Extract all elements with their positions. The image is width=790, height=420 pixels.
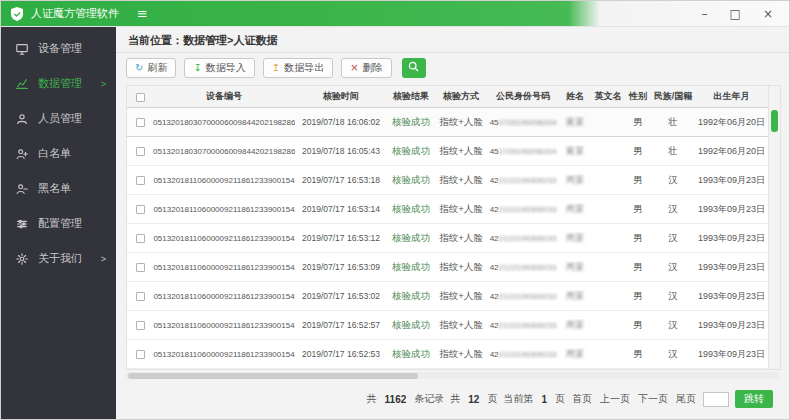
prev-page-link[interactable]: 上一页 xyxy=(600,392,630,406)
row-checkbox[interactable] xyxy=(136,350,145,359)
redacted-name: 黄某 xyxy=(566,145,585,156)
row-checkbox[interactable] xyxy=(136,176,145,185)
first-page-link[interactable]: 首页 xyxy=(572,392,592,406)
delete-button[interactable]: × 删除 xyxy=(341,58,391,78)
table-row[interactable]: 051320181106000092118612339001542019/07/… xyxy=(127,340,768,369)
row-checkbox-cell xyxy=(127,349,153,360)
citizen-id-cell: 422122199309233 xyxy=(487,350,559,359)
name-cell: 周某 xyxy=(559,203,591,216)
delete-icon: × xyxy=(350,63,358,73)
verify-method-cell: 指纹+人脸 xyxy=(435,261,487,274)
vertical-scrollbar-thumb[interactable] xyxy=(771,110,778,132)
monitor-icon xyxy=(15,42,29,56)
gender-cell: 男 xyxy=(625,348,651,361)
pages-label: 页 xyxy=(487,392,497,406)
redacted-id: 2726199206204 xyxy=(499,118,557,127)
table-row[interactable]: 051320181106000092118612339001542019/07/… xyxy=(127,311,768,340)
jump-button[interactable]: 跳转 xyxy=(735,390,773,408)
redacted-id: 2122199309233 xyxy=(499,234,557,243)
row-checkbox[interactable] xyxy=(136,118,145,127)
search-button[interactable] xyxy=(402,58,426,78)
device-number-cell: 05132018110600009211861233900154 xyxy=(153,263,295,272)
verify-method-cell: 指纹+人脸 xyxy=(435,319,487,332)
app-title: 人证魔方管理软件 xyxy=(31,6,119,21)
redacted-name: 黄某 xyxy=(566,116,585,127)
horizontal-scrollbar[interactable] xyxy=(126,372,779,379)
table-row[interactable]: 051320181106000092118612339001542019/07/… xyxy=(127,282,768,311)
verify-time-cell: 2019/07/18 16:05:43 xyxy=(295,146,387,156)
redacted-name: 周某 xyxy=(566,232,585,243)
header-device: 设备编号 xyxy=(153,90,295,103)
data-import-button[interactable]: ↧ 数据导入 xyxy=(184,58,254,78)
device-number-cell: 05132018110600009211861233900154 xyxy=(153,350,295,359)
refresh-button[interactable]: ↻ 刷新 xyxy=(126,58,176,78)
sidebar-item-blacklist[interactable]: 黑名单 xyxy=(1,171,116,206)
records-label: 条记录 xyxy=(414,392,444,406)
table-row[interactable]: 051320181106000092118612339001542019/07/… xyxy=(127,195,768,224)
sidebar-item-whitelist[interactable]: 白名单 xyxy=(1,136,116,171)
citizen-id-cell: 452726199206204 xyxy=(487,147,559,156)
sidebar-item-config-management[interactable]: 配置管理 xyxy=(1,206,116,241)
search-icon xyxy=(407,59,420,77)
sidebar-item-about-us[interactable]: 关于我们 > xyxy=(1,241,116,276)
sidebar-item-personnel-management[interactable]: 人员管理 xyxy=(1,101,116,136)
device-number-cell: 05132018110600009211861233900154 xyxy=(153,176,295,185)
birth-cell: 1993年09月23日 xyxy=(695,174,768,187)
device-number-cell: 05132018030700006009844202198286 xyxy=(153,118,295,127)
next-page-link[interactable]: 下一页 xyxy=(638,392,668,406)
vertical-scrollbar[interactable] xyxy=(769,85,781,370)
device-number-cell: 05132018110600009211861233900154 xyxy=(153,321,295,330)
table-area: 设备编号 核验时间 核验结果 核验方式 公民身份号码 姓名 英文名 性别 民族/… xyxy=(116,83,789,379)
total-records: 1162 xyxy=(385,394,407,405)
horizontal-scrollbar-thumb[interactable] xyxy=(128,373,418,379)
breadcrumb: 当前位置：数据管理>人证数据 xyxy=(116,27,789,53)
sidebar-item-data-management[interactable]: 数据管理 > xyxy=(1,66,116,101)
row-checkbox[interactable] xyxy=(136,263,145,272)
row-checkbox[interactable] xyxy=(136,205,145,214)
verify-method-cell: 指纹+人脸 xyxy=(435,290,487,303)
name-cell: 周某 xyxy=(559,261,591,274)
close-button[interactable]: × xyxy=(763,8,773,20)
main-content: 当前位置：数据管理>人证数据 ↻ 刷新 ↧ 数据导入 ↥ 数据导出 × 删除 xyxy=(116,27,789,419)
verify-result-cell: 核验成功 xyxy=(387,290,435,303)
minimize-button[interactable]: – xyxy=(702,8,708,20)
app-window: 人证魔方管理软件 ≡ – □ × 设备管理 数据管理 > 人员管理 xyxy=(0,0,790,420)
name-cell: 周某 xyxy=(559,348,591,361)
row-checkbox-cell xyxy=(127,146,153,157)
row-checkbox[interactable] xyxy=(136,292,145,301)
birth-cell: 1993年09月23日 xyxy=(695,203,768,216)
verify-method-cell: 指纹+人脸 xyxy=(435,116,487,129)
hamburger-menu-icon[interactable]: ≡ xyxy=(137,6,148,21)
table-row[interactable]: 051320180307000060098442021982862019/07/… xyxy=(127,137,768,166)
export-icon: ↥ xyxy=(272,63,280,73)
gender-cell: 男 xyxy=(625,116,651,129)
redacted-name: 周某 xyxy=(566,203,585,214)
row-checkbox[interactable] xyxy=(136,147,145,156)
select-all-checkbox[interactable] xyxy=(136,93,145,102)
table-row[interactable]: 051320181106000092118612339001542019/07/… xyxy=(127,224,768,253)
total-label: 共 xyxy=(367,392,377,406)
row-checkbox-cell xyxy=(127,233,153,244)
maximize-button[interactable]: □ xyxy=(730,8,741,20)
toolbar: ↻ 刷新 ↧ 数据导入 ↥ 数据导出 × 删除 xyxy=(116,53,789,83)
data-export-button[interactable]: ↥ 数据导出 xyxy=(263,58,333,78)
row-checkbox[interactable] xyxy=(136,321,145,330)
header-english-name: 英文名 xyxy=(591,90,625,103)
table-row[interactable]: 051320181106000092118612339001542019/07/… xyxy=(127,253,768,282)
jump-page-input[interactable] xyxy=(703,392,729,407)
import-icon: ↧ xyxy=(193,63,201,73)
last-page-link[interactable]: 尾页 xyxy=(676,392,696,406)
citizen-id-cell: 422122199309233 xyxy=(487,234,559,243)
row-checkbox-cell xyxy=(127,262,153,273)
verify-time-cell: 2019/07/17 16:52:57 xyxy=(295,320,387,330)
table-row[interactable]: 051320180307000060098442021982862019/07/… xyxy=(127,108,768,137)
header-name: 姓名 xyxy=(559,90,591,103)
device-number-cell: 05132018110600009211861233900154 xyxy=(153,292,295,301)
table-row[interactable]: 051320181106000092118612339001542019/07/… xyxy=(127,166,768,195)
verify-method-cell: 指纹+人脸 xyxy=(435,174,487,187)
sidebar-item-device-management[interactable]: 设备管理 xyxy=(1,31,116,66)
sidebar: 设备管理 数据管理 > 人员管理 白名单 黑名单 xyxy=(1,27,116,419)
verify-result-cell: 核验成功 xyxy=(387,319,435,332)
name-cell: 周某 xyxy=(559,290,591,303)
row-checkbox[interactable] xyxy=(136,234,145,243)
